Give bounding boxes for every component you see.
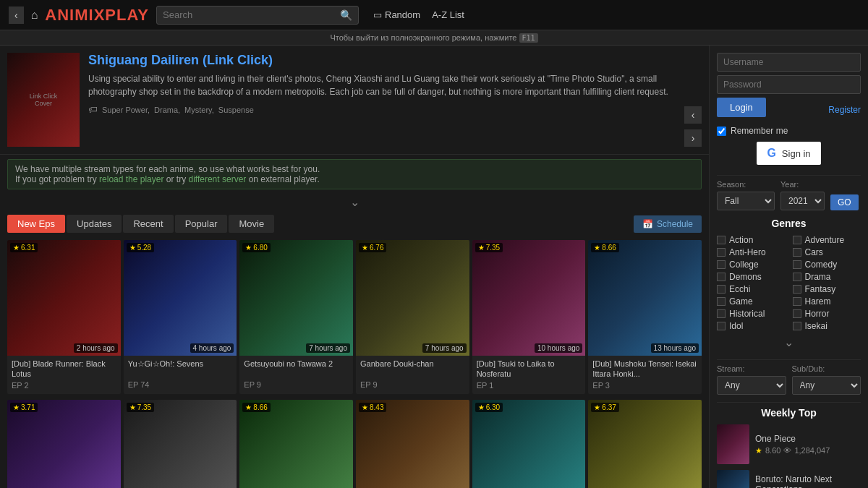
subdub-select[interactable]: Any — [792, 376, 861, 395]
anime-rating-6: ★ 8.66 — [591, 243, 618, 252]
year-select[interactable]: 2021 2020 2022 — [780, 192, 825, 210]
tab-popular[interactable]: Popular — [175, 215, 228, 233]
genre-comedy-checkbox[interactable] — [793, 260, 801, 269]
genre-drama-checkbox[interactable] — [793, 273, 801, 281]
tab-recent[interactable]: Recent — [123, 215, 173, 233]
anime-rating-2: ★ 5.28 — [127, 243, 154, 252]
genre-isekai-label[interactable]: Isekai — [805, 321, 827, 331]
genre-comedy-label[interactable]: Comedy — [805, 260, 838, 270]
featured-title[interactable]: Shiguang Dailiren (Link Click) — [88, 53, 676, 68]
tag-super-power[interactable]: Super Power, — [102, 106, 150, 114]
back-button[interactable]: ‹ — [9, 7, 24, 24]
genre-historical-label[interactable]: Historical — [729, 309, 765, 319]
genre-anti-hero-checkbox[interactable] — [717, 248, 726, 257]
genre-historical-checkbox[interactable] — [717, 309, 726, 318]
anime-card-8[interactable]: ★ 7.35 — [124, 400, 237, 488]
anime-card-3[interactable]: ★ 6.80 7 hours ago Getsuyoubi no Tawawa … — [239, 240, 353, 394]
server-link[interactable]: different server — [188, 174, 246, 184]
genres-expand-button[interactable]: ⌄ — [717, 335, 861, 349]
genre-ecchi: Ecchi — [717, 284, 786, 294]
genre-demons-checkbox[interactable] — [717, 273, 726, 281]
password-input[interactable] — [717, 75, 861, 94]
anime-title-6: [Dub] Mushoku Tensei: Isekai Ittara Honk… — [592, 359, 697, 380]
anime-card-12[interactable]: ★ 6.37 — [588, 400, 702, 488]
az-list-button[interactable]: A-Z List — [432, 9, 464, 20]
info-expand-button[interactable]: ⌄ — [0, 194, 709, 210]
go-button[interactable]: GO — [830, 194, 859, 210]
anime-ep-4: EP 9 — [360, 380, 465, 389]
anime-title-2: Yu☆Gi☆Oh!: Sevens — [128, 359, 233, 379]
genre-cars-label[interactable]: Cars — [805, 247, 823, 257]
genre-game-checkbox[interactable] — [717, 297, 726, 306]
stream-select[interactable]: Any — [717, 376, 786, 395]
weekly-meta-1: ★ 8.60 👁 1,284,047 — [755, 446, 861, 455]
genre-adventure-label[interactable]: Adventure — [805, 235, 845, 245]
anime-time-2: 4 hours ago — [190, 343, 234, 353]
featured-tags: 🏷 Super Power, Drama, Mystery, Suspense — [88, 104, 676, 115]
schedule-button[interactable]: 📅 Schedule — [634, 215, 702, 233]
username-input[interactable] — [717, 53, 861, 72]
anime-rating-1: ★ 6.31 — [10, 243, 38, 252]
anime-card-1[interactable]: ★ 6.31 2 hours ago [Dub] Blade Runner: B… — [7, 240, 121, 394]
genre-ecchi-label[interactable]: Ecchi — [729, 284, 750, 294]
schedule-label: Schedule — [657, 219, 693, 229]
genre-idol-label[interactable]: Idol — [729, 321, 743, 331]
anime-info-1: [Dub] Blade Runner: Black Lotus EP 2 — [7, 356, 121, 394]
genre-fantasy-checkbox[interactable] — [793, 285, 801, 294]
year-label: Year: — [780, 180, 825, 189]
weekly-item-1[interactable]: One Piece ★ 8.60 👁 1,284,047 — [717, 424, 861, 464]
season-select[interactable]: Fall Spring Summer Winter — [717, 192, 775, 210]
genre-harem-checkbox[interactable] — [793, 297, 801, 306]
home-button[interactable]: ⌂ — [31, 9, 38, 22]
register-link[interactable]: Register — [828, 105, 861, 115]
genre-ecchi-checkbox[interactable] — [717, 285, 726, 294]
anime-thumb-1 — [7, 240, 121, 356]
anime-card-11[interactable]: ★ 6.30 — [472, 400, 586, 488]
anime-card-6[interactable]: ★ 8.66 13 hours ago [Dub] Mushoku Tensei… — [588, 240, 702, 394]
login-button[interactable]: Login — [717, 98, 766, 117]
genre-horror-label[interactable]: Horror — [805, 309, 830, 319]
weekly-info-1: One Piece ★ 8.60 👁 1,284,047 — [755, 434, 861, 455]
anime-card-10[interactable]: ★ 8.43 — [356, 400, 469, 488]
weekly-rating-1: 8.60 — [765, 446, 780, 455]
genre-college-checkbox[interactable] — [717, 260, 726, 269]
anime-card-9[interactable]: ★ 8.66 — [239, 400, 353, 488]
anime-card-7[interactable]: ★ 3.71 — [7, 400, 121, 488]
genre-college-label[interactable]: College — [729, 260, 759, 270]
anime-thumb-11 — [472, 400, 586, 488]
genre-demons-label[interactable]: Demons — [729, 272, 762, 282]
genre-idol-checkbox[interactable] — [717, 322, 726, 330]
anime-info-4: Ganbare Douki-chan EP 9 — [356, 356, 469, 393]
tab-movie[interactable]: Movie — [229, 215, 274, 233]
genre-horror-checkbox[interactable] — [793, 309, 801, 318]
tag-suspense[interactable]: Suspense — [218, 106, 254, 114]
anime-info-6: [Dub] Mushoku Tensei: Isekai Ittara Honk… — [588, 356, 702, 394]
anime-thumb-7 — [7, 400, 121, 488]
genre-action-checkbox[interactable] — [717, 236, 726, 244]
google-signin-button[interactable]: G Sign in — [757, 142, 820, 165]
tag-mystery[interactable]: Mystery, — [184, 106, 214, 114]
genre-fantasy-label[interactable]: Fantasy — [805, 284, 836, 294]
genre-game-label[interactable]: Game — [729, 296, 753, 307]
genre-action-label[interactable]: Action — [729, 235, 753, 245]
anime-card-2[interactable]: ★ 5.28 4 hours ago Yu☆Gi☆Oh!: Sevens EP … — [124, 240, 237, 394]
genre-cars-checkbox[interactable] — [793, 248, 801, 257]
tag-drama[interactable]: Drama, — [154, 106, 180, 114]
featured-next-button[interactable]: › — [684, 129, 702, 147]
genre-adventure-checkbox[interactable] — [793, 236, 801, 244]
anime-card-4[interactable]: ★ 6.76 7 hours ago Ganbare Douki-chan EP… — [356, 240, 469, 394]
genre-harem-label[interactable]: Harem — [805, 296, 831, 307]
weekly-item-2[interactable]: Boruto: Naruto Next Generations ★ 5.89 👁… — [717, 470, 861, 488]
tab-updates[interactable]: Updates — [67, 215, 122, 233]
random-button[interactable]: ▭ Random — [373, 9, 420, 20]
anime-card-5[interactable]: ★ 7.35 10 hours ago [Dub] Tsuki to Laika… — [472, 240, 586, 394]
genre-drama-label[interactable]: Drama — [805, 272, 831, 282]
genre-anti-hero-label[interactable]: Anti-Hero — [729, 247, 766, 257]
search-input[interactable] — [163, 9, 340, 20]
info-bar: We have multiple stream types for each a… — [7, 159, 702, 189]
reload-link[interactable]: reload the player — [99, 174, 163, 184]
featured-prev-button[interactable]: ‹ — [684, 106, 702, 124]
genre-isekai-checkbox[interactable] — [793, 322, 801, 330]
remember-checkbox[interactable] — [717, 127, 726, 136]
tab-new-eps[interactable]: New Eps — [7, 215, 65, 233]
